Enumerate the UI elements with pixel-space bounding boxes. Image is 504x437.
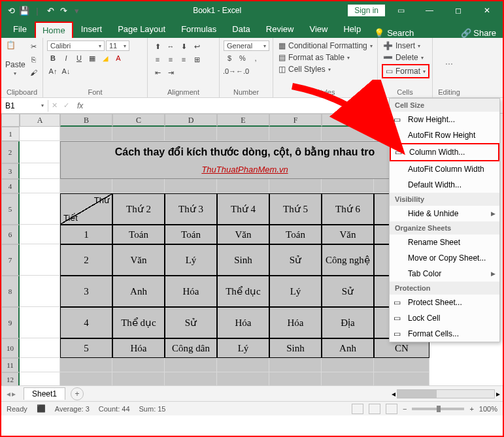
row-header[interactable]: 5 [1,193,20,225]
increase-decimal-icon[interactable]: .0→ [224,65,235,77]
dropdown-item[interactable]: ▭Column Width... [390,143,499,161]
italic-icon[interactable]: I [60,52,72,64]
font-size-combo[interactable]: 11▾ [106,40,129,51]
dropdown-item[interactable]: Default Width... [390,177,499,193]
decrease-decimal-icon[interactable]: ←.0 [237,65,248,77]
cell[interactable] [322,372,374,385]
column-header[interactable]: A [20,114,60,127]
cell[interactable] [60,358,112,372]
paste-button[interactable]: 📋 Paste ▾ [5,40,25,76]
tab-insert[interactable]: Insert [73,20,110,38]
tab-formulas[interactable]: Formulas [173,20,224,38]
sheet-tab[interactable]: Sheet1 [24,387,65,400]
table-cell[interactable]: Văn [112,244,165,276]
wrap-text-icon[interactable]: ↩ [191,40,203,52]
table-cell[interactable]: Sử [322,276,374,307]
cell[interactable] [217,372,269,385]
cell[interactable] [217,358,269,372]
column-header[interactable]: D [165,114,217,127]
table-cell[interactable]: Sử [165,307,217,338]
add-sheet-button[interactable]: + [71,387,84,400]
cell[interactable] [322,358,374,372]
macro-record-icon[interactable]: ⬛ [37,404,46,413]
copy-icon[interactable]: ⎘ [28,54,40,65]
dropdown-item[interactable]: AutoFit Row Height [390,127,499,143]
sheet-nav-last-icon[interactable]: ▸ [12,389,16,398]
enter-icon[interactable]: ✓ [60,100,72,112]
column-header[interactable]: F [269,114,322,127]
row-header[interactable]: 11 [1,358,20,372]
table-cell[interactable]: Hóa [165,276,217,307]
zoom-in-icon[interactable]: + [469,405,473,413]
align-bottom-icon[interactable]: ⬇ [178,40,190,52]
cell[interactable] [20,127,60,141]
cell[interactable] [20,358,60,372]
signin-button[interactable]: Sign in [348,5,385,16]
table-cell[interactable]: Toán [165,225,217,244]
share-button[interactable]: 🔗 Share [461,28,496,38]
cell[interactable] [322,179,374,193]
cell[interactable] [20,163,60,179]
cell[interactable] [112,127,165,141]
dropdown-item[interactable]: AutoFit Column Width [390,161,499,177]
sheet-nav-first-icon[interactable]: ◂ [7,389,10,398]
tab-home[interactable]: Home [35,22,73,38]
cell[interactable] [322,127,374,141]
format-painter-icon[interactable]: 🖌 [28,67,40,78]
table-cell[interactable]: Toán [112,225,165,244]
undo-icon[interactable]: ↶ [44,5,56,16]
cell[interactable] [165,127,217,141]
comma-icon[interactable]: , [250,52,261,64]
indent-right-icon[interactable]: ⇥ [165,67,176,78]
save-icon[interactable]: 💾 [18,5,30,16]
conditional-formatting-button[interactable]: ▦Conditional Formatting▾ [277,40,374,51]
cell[interactable] [20,372,60,385]
cell[interactable] [269,358,322,372]
tab-help[interactable]: Help [335,20,369,38]
align-left-icon[interactable]: ≡ [152,54,163,65]
tab-pagelayout[interactable]: Page Layout [110,20,173,38]
dropdown-item[interactable]: ▭Row Height... [390,112,499,127]
column-header[interactable]: C [112,114,165,127]
delete-cells-button[interactable]: ➖Delete▾ [382,52,425,63]
autosave-icon[interactable]: ⟲ [5,5,17,16]
table-cell[interactable]: Thể dục [217,276,269,307]
dropdown-item[interactable]: Rename Sheet [390,235,499,250]
table-cell[interactable]: Lý [165,244,217,276]
cell[interactable] [374,372,429,385]
cell[interactable] [165,358,217,372]
dropdown-item[interactable]: ▭Lock Cell [390,310,499,326]
dropdown-item[interactable]: Tab Color▶ [390,266,499,282]
row-header[interactable]: 8 [1,276,20,307]
cell[interactable] [269,179,322,193]
cell[interactable] [269,372,322,385]
cut-icon[interactable]: ✂ [28,40,40,52]
decrease-font-icon[interactable]: A↓ [60,65,72,77]
qat-dropdown-icon[interactable]: ▾ [71,5,82,16]
row-header[interactable]: 7 [1,244,20,276]
cell[interactable] [20,307,60,338]
table-cell[interactable]: Văn [217,225,269,244]
cell[interactable] [112,179,165,193]
cell[interactable] [165,372,217,385]
column-header[interactable]: E [217,114,269,127]
horizontal-scrollbar[interactable] [397,389,495,398]
scroll-left-icon[interactable]: ◂ [392,389,395,398]
table-cell[interactable]: Văn [322,225,374,244]
fx-icon[interactable]: fx [72,101,88,110]
column-header[interactable]: B [60,114,112,127]
number-format-combo[interactable]: General▾ [224,40,269,51]
dropdown-item[interactable]: Move or Copy Sheet... [390,250,499,266]
table-cell[interactable]: Lý [269,276,322,307]
border-icon[interactable]: ▦ [86,52,98,64]
cancel-icon[interactable]: ✕ [48,100,60,112]
row-header[interactable]: 2 [1,141,20,163]
row-header[interactable]: 3 [1,163,20,179]
table-cell[interactable]: Địa [322,307,374,338]
cell[interactable] [20,193,60,225]
increase-font-icon[interactable]: A↑ [47,65,59,77]
redo-icon[interactable]: ↷ [58,5,69,16]
table-cell[interactable]: Hóa [217,307,269,338]
merge-icon[interactable]: ⊞ [191,54,203,65]
indent-left-icon[interactable]: ⇤ [152,67,163,78]
